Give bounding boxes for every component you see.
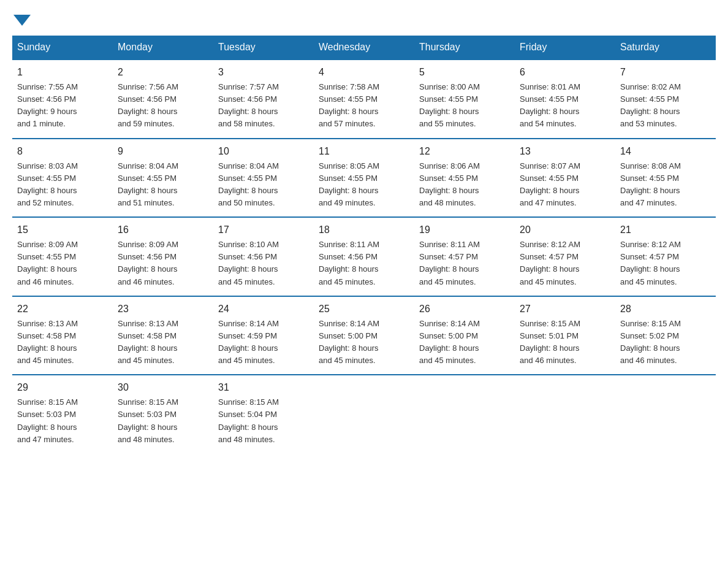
- calendar-cell: 28Sunrise: 8:15 AM Sunset: 5:02 PM Dayli…: [615, 296, 716, 375]
- logo-triangle-icon: [13, 15, 31, 26]
- calendar-cell: 8Sunrise: 8:03 AM Sunset: 4:55 PM Daylig…: [12, 139, 113, 218]
- day-number: 16: [118, 223, 208, 237]
- day-number: 15: [17, 223, 108, 237]
- day-info: Sunrise: 8:04 AM Sunset: 4:55 PM Dayligh…: [218, 160, 309, 210]
- calendar-cell: 13Sunrise: 8:07 AM Sunset: 4:55 PM Dayli…: [515, 139, 615, 218]
- day-number: 27: [520, 302, 610, 316]
- calendar-cell: 4Sunrise: 7:58 AM Sunset: 4:55 PM Daylig…: [314, 59, 414, 139]
- day-info: Sunrise: 8:01 AM Sunset: 4:55 PM Dayligh…: [520, 81, 610, 131]
- calendar-cell: [414, 375, 515, 458]
- day-info: Sunrise: 7:56 AM Sunset: 4:56 PM Dayligh…: [118, 81, 208, 131]
- day-info: Sunrise: 8:15 AM Sunset: 5:04 PM Dayligh…: [218, 396, 309, 446]
- calendar-cell: 1Sunrise: 7:55 AM Sunset: 4:56 PM Daylig…: [12, 59, 113, 139]
- day-number: 24: [218, 302, 309, 316]
- day-number: 4: [319, 65, 409, 80]
- day-info: Sunrise: 8:00 AM Sunset: 4:55 PM Dayligh…: [419, 81, 510, 131]
- day-number: 3: [218, 65, 309, 80]
- day-number: 13: [520, 144, 610, 159]
- calendar-cell: 14Sunrise: 8:08 AM Sunset: 4:55 PM Dayli…: [615, 139, 716, 218]
- day-number: 2: [118, 65, 208, 80]
- calendar-cell: 26Sunrise: 8:14 AM Sunset: 5:00 PM Dayli…: [414, 296, 515, 375]
- day-number: 30: [118, 380, 208, 395]
- day-number: 20: [520, 223, 610, 237]
- day-number: 21: [620, 223, 711, 237]
- weekday-header-saturday: Saturday: [615, 36, 716, 59]
- day-info: Sunrise: 8:15 AM Sunset: 5:03 PM Dayligh…: [17, 396, 108, 446]
- weekday-header-thursday: Thursday: [414, 36, 515, 59]
- calendar-cell: 10Sunrise: 8:04 AM Sunset: 4:55 PM Dayli…: [213, 139, 314, 218]
- day-number: 14: [620, 144, 711, 159]
- day-info: Sunrise: 8:14 AM Sunset: 4:59 PM Dayligh…: [218, 318, 309, 367]
- weekday-header-row: SundayMondayTuesdayWednesdayThursdayFrid…: [12, 36, 716, 59]
- calendar-cell: 19Sunrise: 8:11 AM Sunset: 4:57 PM Dayli…: [414, 217, 515, 296]
- day-info: Sunrise: 8:11 AM Sunset: 4:57 PM Dayligh…: [419, 239, 510, 288]
- calendar-cell: 22Sunrise: 8:13 AM Sunset: 4:58 PM Dayli…: [12, 296, 113, 375]
- day-info: Sunrise: 8:13 AM Sunset: 4:58 PM Dayligh…: [118, 318, 208, 367]
- day-info: Sunrise: 8:05 AM Sunset: 4:55 PM Dayligh…: [319, 160, 409, 210]
- day-info: Sunrise: 8:12 AM Sunset: 4:57 PM Dayligh…: [520, 239, 610, 288]
- day-number: 7: [620, 65, 711, 80]
- calendar-header: SundayMondayTuesdayWednesdayThursdayFrid…: [12, 36, 716, 59]
- day-info: Sunrise: 8:12 AM Sunset: 4:57 PM Dayligh…: [620, 239, 711, 288]
- calendar-cell: 16Sunrise: 8:09 AM Sunset: 4:56 PM Dayli…: [113, 217, 213, 296]
- day-info: Sunrise: 8:13 AM Sunset: 4:58 PM Dayligh…: [17, 318, 108, 367]
- day-number: 25: [319, 302, 409, 316]
- day-number: 11: [319, 144, 409, 159]
- day-number: 26: [419, 302, 510, 316]
- day-number: 31: [218, 380, 309, 395]
- calendar-cell: 21Sunrise: 8:12 AM Sunset: 4:57 PM Dayli…: [615, 217, 716, 296]
- calendar-cell: [515, 375, 615, 458]
- calendar-cell: 27Sunrise: 8:15 AM Sunset: 5:01 PM Dayli…: [515, 296, 615, 375]
- day-number: 5: [419, 65, 510, 80]
- weekday-header-monday: Monday: [113, 36, 213, 59]
- day-info: Sunrise: 8:06 AM Sunset: 4:55 PM Dayligh…: [419, 160, 510, 210]
- day-info: Sunrise: 8:09 AM Sunset: 4:56 PM Dayligh…: [118, 239, 208, 288]
- day-number: 29: [17, 380, 108, 395]
- day-number: 12: [419, 144, 510, 159]
- day-number: 1: [17, 65, 108, 80]
- calendar-body: 1Sunrise: 7:55 AM Sunset: 4:56 PM Daylig…: [12, 59, 716, 458]
- day-info: Sunrise: 8:14 AM Sunset: 5:00 PM Dayligh…: [419, 318, 510, 367]
- day-info: Sunrise: 7:58 AM Sunset: 4:55 PM Dayligh…: [319, 81, 409, 131]
- calendar-week-2: 8Sunrise: 8:03 AM Sunset: 4:55 PM Daylig…: [12, 139, 716, 218]
- day-info: Sunrise: 7:57 AM Sunset: 4:56 PM Dayligh…: [218, 81, 309, 131]
- day-number: 22: [17, 302, 108, 316]
- calendar-cell: 31Sunrise: 8:15 AM Sunset: 5:04 PM Dayli…: [213, 375, 314, 458]
- day-number: 10: [218, 144, 309, 159]
- weekday-header-tuesday: Tuesday: [213, 36, 314, 59]
- day-info: Sunrise: 8:02 AM Sunset: 4:55 PM Dayligh…: [620, 81, 711, 131]
- day-number: 17: [218, 223, 309, 237]
- calendar-cell: 7Sunrise: 8:02 AM Sunset: 4:55 PM Daylig…: [615, 59, 716, 139]
- calendar-cell: 20Sunrise: 8:12 AM Sunset: 4:57 PM Dayli…: [515, 217, 615, 296]
- calendar-cell: 18Sunrise: 8:11 AM Sunset: 4:56 PM Dayli…: [314, 217, 414, 296]
- calendar-cell: 17Sunrise: 8:10 AM Sunset: 4:56 PM Dayli…: [213, 217, 314, 296]
- calendar-cell: [615, 375, 716, 458]
- day-number: 19: [419, 223, 510, 237]
- weekday-header-sunday: Sunday: [12, 36, 113, 59]
- calendar-cell: 24Sunrise: 8:14 AM Sunset: 4:59 PM Dayli…: [213, 296, 314, 375]
- day-number: 23: [118, 302, 208, 316]
- day-number: 9: [118, 144, 208, 159]
- day-info: Sunrise: 8:08 AM Sunset: 4:55 PM Dayligh…: [620, 160, 711, 210]
- day-number: 28: [620, 302, 711, 316]
- calendar-week-1: 1Sunrise: 7:55 AM Sunset: 4:56 PM Daylig…: [12, 59, 716, 139]
- calendar-cell: 3Sunrise: 7:57 AM Sunset: 4:56 PM Daylig…: [213, 59, 314, 139]
- calendar-week-5: 29Sunrise: 8:15 AM Sunset: 5:03 PM Dayli…: [12, 375, 716, 458]
- day-number: 8: [17, 144, 108, 159]
- calendar-cell: [314, 375, 414, 458]
- calendar-week-4: 22Sunrise: 8:13 AM Sunset: 4:58 PM Dayli…: [12, 296, 716, 375]
- weekday-header-friday: Friday: [515, 36, 615, 59]
- calendar-week-3: 15Sunrise: 8:09 AM Sunset: 4:55 PM Dayli…: [12, 217, 716, 296]
- calendar-table: SundayMondayTuesdayWednesdayThursdayFrid…: [12, 36, 716, 458]
- calendar-cell: 9Sunrise: 8:04 AM Sunset: 4:55 PM Daylig…: [113, 139, 213, 218]
- day-info: Sunrise: 8:09 AM Sunset: 4:55 PM Dayligh…: [17, 239, 108, 288]
- calendar-cell: 2Sunrise: 7:56 AM Sunset: 4:56 PM Daylig…: [113, 59, 213, 139]
- calendar-cell: 29Sunrise: 8:15 AM Sunset: 5:03 PM Dayli…: [12, 375, 113, 458]
- weekday-header-wednesday: Wednesday: [314, 36, 414, 59]
- calendar-cell: 6Sunrise: 8:01 AM Sunset: 4:55 PM Daylig…: [515, 59, 615, 139]
- calendar-cell: 15Sunrise: 8:09 AM Sunset: 4:55 PM Dayli…: [12, 217, 113, 296]
- page-header: [12, 12, 716, 23]
- day-info: Sunrise: 8:14 AM Sunset: 5:00 PM Dayligh…: [319, 318, 409, 367]
- day-info: Sunrise: 8:15 AM Sunset: 5:03 PM Dayligh…: [118, 396, 208, 446]
- calendar-cell: 5Sunrise: 8:00 AM Sunset: 4:55 PM Daylig…: [414, 59, 515, 139]
